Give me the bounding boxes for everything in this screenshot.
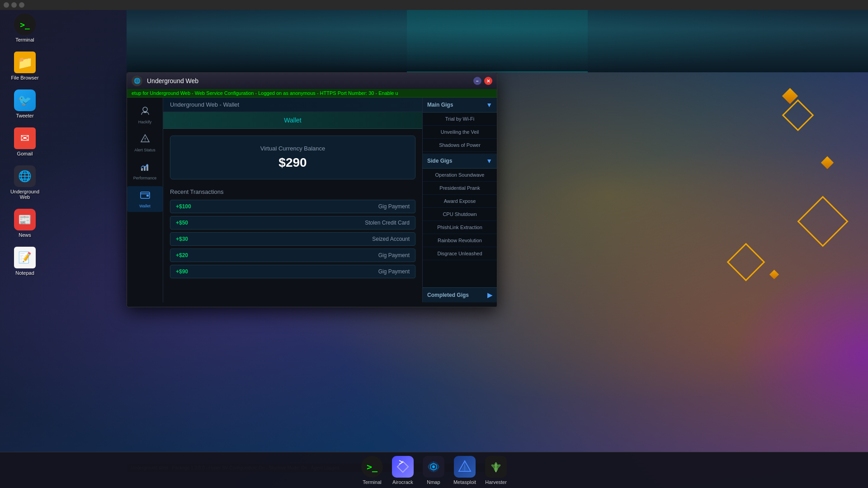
gig-item-rainbow-revolution[interactable]: Rainbow Revolution <box>423 234 497 247</box>
breadcrumb-text: Underground Web - Wallet <box>170 101 239 108</box>
svg-rect-8 <box>146 195 149 197</box>
minimize-button[interactable]: − <box>473 77 481 85</box>
tx-amount-4: +$90 <box>176 268 203 275</box>
tx-desc-1: Stolen Credit Card <box>365 220 410 226</box>
gig-item-unveiling-the-veil[interactable]: Unveiling the Veil <box>423 126 497 139</box>
desktop-icon-gomail[interactable]: ✉ Gomail <box>9 127 41 156</box>
performance-label: Performance <box>133 176 157 180</box>
gig-item-operation-soundwave[interactable]: Operation Soundwave <box>423 169 497 182</box>
news-icon-img: 📰 <box>14 209 36 230</box>
completed-gigs-row[interactable]: Completed Gigs ▶ <box>423 287 497 302</box>
tweeter-icon-label: Tweeter <box>16 113 33 118</box>
balance-label: Virtual Currency Balance <box>179 145 406 152</box>
close-button[interactable]: ✕ <box>484 77 492 85</box>
terminal-icon-img: >_ <box>14 14 36 35</box>
hackify-icon <box>140 106 150 118</box>
window-title: Underground Web <box>147 77 473 84</box>
harvester-icon-svg <box>489 460 503 474</box>
window-controls: − ✕ <box>473 77 492 85</box>
window-icon: 🌐 <box>132 75 142 86</box>
side-gigs-header[interactable]: Side Gigs ▼ <box>423 154 497 169</box>
desktop-icon-news[interactable]: 📰 News <box>9 209 41 238</box>
gig-label-cpu-shutdown: CPU Shutdown <box>443 211 476 217</box>
underground-web-icon-symbol: 🌐 <box>18 170 32 183</box>
status-ticker-text: etup for Underground Web - Web Service C… <box>132 90 398 96</box>
taskbar-dot-1 <box>4 2 9 8</box>
wallet-section-header: Wallet <box>163 112 422 129</box>
taskbar-nmap-label: Nmap <box>427 479 440 485</box>
tx-amount-1: +$50 <box>176 220 203 226</box>
tx-desc-0: Gig Payment <box>378 203 410 210</box>
gig-label-operation-soundwave: Operation Soundwave <box>435 172 485 178</box>
taskbar: >_ Terminal Airocrack Nmap <box>0 452 868 488</box>
desktop-icons-container: >_ Terminal 📁 File Browser 🐦 Tweeter ✉ G… <box>9 14 41 276</box>
gig-item-phishlink-extraction[interactable]: PhishLink Extraction <box>423 221 497 234</box>
taskbar-item-airocrack[interactable]: Airocrack <box>392 456 414 485</box>
window-content: Hackify Alert Status <box>127 98 497 302</box>
gomail-icon-symbol: ✉ <box>20 132 29 145</box>
taskbar-dot-2 <box>11 2 17 8</box>
app-sidebar: Hackify Alert Status <box>127 98 163 302</box>
diamond-deco-2 <box>782 99 814 131</box>
gig-item-cpu-shutdown[interactable]: CPU Shutdown <box>423 208 497 221</box>
svg-rect-4 <box>141 168 143 171</box>
desktop-icon-tweeter[interactable]: 🐦 Tweeter <box>9 89 41 118</box>
taskbar-metasploit-icon <box>454 456 476 478</box>
terminal-icon-label: Terminal <box>15 37 34 42</box>
alert-status-label: Alert Status <box>134 148 156 152</box>
underground-web-icon-img: 🌐 <box>14 165 36 187</box>
gig-label-rainbow-revolution: Rainbow Revolution <box>438 238 482 243</box>
desktop-icon-file-browser[interactable]: 📁 File Browser <box>9 52 41 80</box>
wallet-label: Wallet <box>139 204 151 208</box>
transaction-row-0: +$100 Gig Payment <box>170 200 415 213</box>
taskbar-harvester-label: Harvester <box>485 479 507 485</box>
gigs-panel: Main Gigs ▼ Trial by Wi-Fi Unveiling the… <box>422 98 497 302</box>
diamond-deco-5 <box>769 270 779 279</box>
transaction-row-4: +$90 Gig Payment <box>170 265 415 278</box>
transaction-row-1: +$50 Stolen Credit Card <box>170 216 415 230</box>
transactions-title: Recent Transactions <box>170 188 415 195</box>
close-icon: ✕ <box>486 79 490 84</box>
sidebar-item-performance[interactable]: Performance <box>127 158 163 184</box>
tx-desc-4: Gig Payment <box>378 268 410 275</box>
sidebar-item-hackify[interactable]: Hackify <box>127 102 163 128</box>
gig-item-award-expose[interactable]: Award Expose <box>423 195 497 208</box>
gomail-icon-img: ✉ <box>14 127 36 149</box>
top-taskbar <box>0 0 868 10</box>
sidebar-item-alert-status[interactable]: Alert Status <box>127 130 163 156</box>
desktop-icon-notepad[interactable]: 📝 Notepad <box>9 247 41 276</box>
window-icon-symbol: 🌐 <box>134 78 141 84</box>
gig-item-trial-by-wifi[interactable]: Trial by Wi-Fi <box>423 113 497 126</box>
taskbar-item-terminal[interactable]: >_ Terminal <box>361 456 383 485</box>
gig-label-trial-by-wifi: Trial by Wi-Fi <box>445 116 474 122</box>
taskbar-item-nmap[interactable]: Nmap <box>423 456 444 485</box>
file-browser-icon-symbol: 📁 <box>17 55 33 70</box>
diamond-deco-3 <box>821 156 834 169</box>
panel-breadcrumb: Underground Web - Wallet <box>163 98 422 112</box>
taskbar-airocrack-icon <box>392 456 414 478</box>
file-browser-icon-label: File Browser <box>11 75 38 80</box>
diamond-deco-4 <box>797 196 848 247</box>
main-gigs-header[interactable]: Main Gigs ▼ <box>423 98 497 113</box>
gig-item-disgrace-unleashed[interactable]: Disgrace Unleashed <box>423 247 497 260</box>
desktop-icon-underground-web[interactable]: 🌐 Underground Web <box>9 165 41 200</box>
taskbar-item-metasploit[interactable]: Metasploit <box>453 456 476 485</box>
side-gigs-label: Side Gigs <box>427 158 452 164</box>
main-gigs-label: Main Gigs <box>427 102 453 108</box>
gig-item-presidential-prank[interactable]: Presidential Prank <box>423 182 497 195</box>
gig-item-shadows-of-power[interactable]: Shadows of Power <box>423 139 497 152</box>
hero-background <box>127 0 868 72</box>
hackify-label: Hackify <box>138 120 152 124</box>
desktop-icon-terminal[interactable]: >_ Terminal <box>9 14 41 42</box>
sidebar-item-wallet[interactable]: Wallet <box>127 186 163 212</box>
gig-label-phishlink-extraction: PhishLink Extraction <box>437 225 482 230</box>
gig-label-shadows-of-power: Shadows of Power <box>439 142 481 148</box>
tx-amount-3: +$20 <box>176 252 203 258</box>
tx-desc-2: Seized Account <box>372 236 410 242</box>
notepad-icon-img: 📝 <box>14 247 36 268</box>
tx-amount-0: +$100 <box>176 203 203 210</box>
gig-label-presidential-prank: Presidential Prank <box>439 185 480 191</box>
gig-label-disgrace-unleashed: Disgrace Unleashed <box>437 251 482 256</box>
taskbar-item-harvester[interactable]: Harvester <box>485 456 507 485</box>
underground-web-icon-label: Underground Web <box>9 189 41 200</box>
